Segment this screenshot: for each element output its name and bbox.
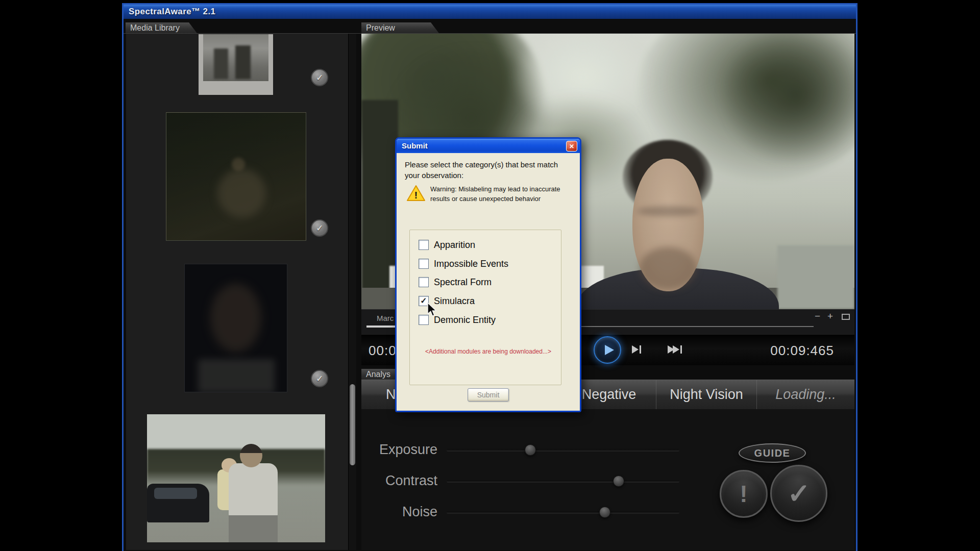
download-status-text: <Additional modules are being downloaded… <box>397 348 580 355</box>
noise-slider[interactable] <box>447 511 679 513</box>
dim-overlay <box>185 264 287 392</box>
dialog-title: Submit <box>402 141 428 150</box>
filter-label: Loading... <box>775 387 836 403</box>
tab-preview-label: Preview <box>366 23 395 32</box>
verified-badge-icon: ✓ <box>311 370 328 387</box>
media-thumbnail-4[interactable] <box>147 414 325 542</box>
warning-text: Warning: Mislabeling may lead to inaccur… <box>430 185 574 204</box>
option-label: Simulacra <box>434 296 475 307</box>
filter-label: Night Vision <box>670 387 743 403</box>
media-library-panel: ✓ ✓ ✓ <box>126 34 356 550</box>
noise-slider-thumb[interactable] <box>599 507 610 518</box>
tab-preview[interactable]: Preview <box>361 22 439 33</box>
window-titlebar[interactable]: SpectralAware™ 2.1 <box>124 5 856 19</box>
analysis-panel: Exposure Contrast Noise GUIDE ! ✓ <box>361 409 854 550</box>
play-button[interactable] <box>594 336 621 364</box>
submit-button[interactable]: Submit <box>468 388 509 402</box>
step-forward-icon <box>640 345 641 354</box>
media-thumbnail-3[interactable] <box>184 264 287 392</box>
photo-man <box>229 463 278 516</box>
checkmark-icon: ✓ <box>787 478 810 510</box>
option-label: Spectral Form <box>434 277 492 288</box>
guide-button[interactable]: GUIDE <box>739 443 806 463</box>
verified-badge-icon: ✓ <box>311 69 328 86</box>
checkbox[interactable]: ✓ <box>419 259 429 269</box>
option-apparition[interactable]: ✓ Apparition <box>419 239 475 251</box>
svg-text:!: ! <box>414 190 418 201</box>
skip-end-icon <box>673 345 679 354</box>
dialog-close-button[interactable]: ✕ <box>566 141 577 152</box>
filter-label: Negative <box>582 387 636 403</box>
contrast-slider[interactable] <box>447 480 679 482</box>
check-glyph: ✓ <box>316 373 323 384</box>
noise-label: Noise <box>361 504 437 520</box>
photo-man-legs <box>229 515 278 542</box>
confirm-button[interactable]: ✓ <box>770 465 827 522</box>
zoom-in-icon[interactable]: + <box>827 311 833 322</box>
dialog-titlebar[interactable]: Submit ✕ <box>397 139 580 153</box>
skip-end-button[interactable] <box>668 345 682 354</box>
alert-button[interactable]: ! <box>720 470 768 518</box>
option-spectral-form[interactable]: ✓ Spectral Form <box>419 277 492 288</box>
timeline-progress <box>366 325 396 328</box>
filter-tab-night-vision[interactable]: Night Vision <box>656 380 756 409</box>
photo-sky <box>147 414 325 450</box>
app-window: SpectralAware™ 2.1 Media Library Preview <box>122 3 857 551</box>
exclamation-icon: ! <box>740 480 747 508</box>
option-label: Apparition <box>434 240 475 251</box>
tab-media-library-label: Media Library <box>130 23 180 32</box>
mouse-cursor <box>427 302 438 317</box>
exposure-slider-thumb[interactable] <box>525 444 536 456</box>
media-thumbnail-1[interactable] <box>199 34 273 95</box>
checkbox[interactable]: ✓ <box>419 240 429 250</box>
photo-man-head <box>240 444 262 467</box>
filter-tab-loading: Loading... <box>756 380 854 409</box>
warning-icon: ! <box>406 185 426 202</box>
tab-analysis-label: Analys <box>366 370 390 379</box>
checkbox[interactable]: ✓ <box>419 277 429 287</box>
step-forward-button[interactable] <box>632 345 641 354</box>
option-impossible-events[interactable]: ✓ Impossible Events <box>419 258 508 269</box>
guide-label: GUIDE <box>754 447 791 459</box>
tab-media-library[interactable]: Media Library <box>126 22 197 33</box>
checkbox-check-icon: ✓ <box>420 297 427 305</box>
option-label: Impossible Events <box>434 259 508 269</box>
time-total: 00:09:465 <box>770 343 834 359</box>
check-glyph: ✓ <box>316 72 323 83</box>
timeline-label: Marc <box>377 314 394 322</box>
desktop-background: SpectralAware™ 2.1 Media Library Preview <box>0 0 980 551</box>
dim-overlay <box>199 34 273 95</box>
time-elapsed: 00:0 <box>369 343 397 359</box>
filter-label: N <box>386 387 396 403</box>
photo-car-window <box>154 488 197 499</box>
option-label: Demonic Entity <box>434 315 496 325</box>
media-thumbnail-2[interactable] <box>166 112 306 241</box>
window-title: SpectralAware™ 2.1 <box>129 7 215 17</box>
zoom-out-icon[interactable]: − <box>815 311 820 322</box>
dialog-body: Please select the category(s) that best … <box>397 153 580 411</box>
exposure-label: Exposure <box>361 442 437 458</box>
exposure-slider[interactable] <box>447 449 679 451</box>
submit-dialog: Submit ✕ Please select the category(s) t… <box>395 137 581 412</box>
fit-screen-icon[interactable] <box>842 314 850 320</box>
media-library-scrollbar[interactable] <box>348 34 356 550</box>
scrollbar-thumb[interactable] <box>350 384 355 465</box>
contrast-label: Contrast <box>361 473 437 489</box>
check-glyph: ✓ <box>316 223 323 234</box>
dim-overlay <box>166 113 306 240</box>
step-forward-icon <box>632 345 639 354</box>
close-icon: ✕ <box>569 143 574 150</box>
contrast-slider-thumb[interactable] <box>613 475 624 487</box>
verified-badge-icon: ✓ <box>311 219 328 237</box>
play-icon <box>605 345 614 355</box>
dialog-prompt: Please select the category(s) that best … <box>405 159 567 181</box>
skip-end-icon <box>680 345 682 354</box>
submit-button-label: Submit <box>477 391 500 399</box>
